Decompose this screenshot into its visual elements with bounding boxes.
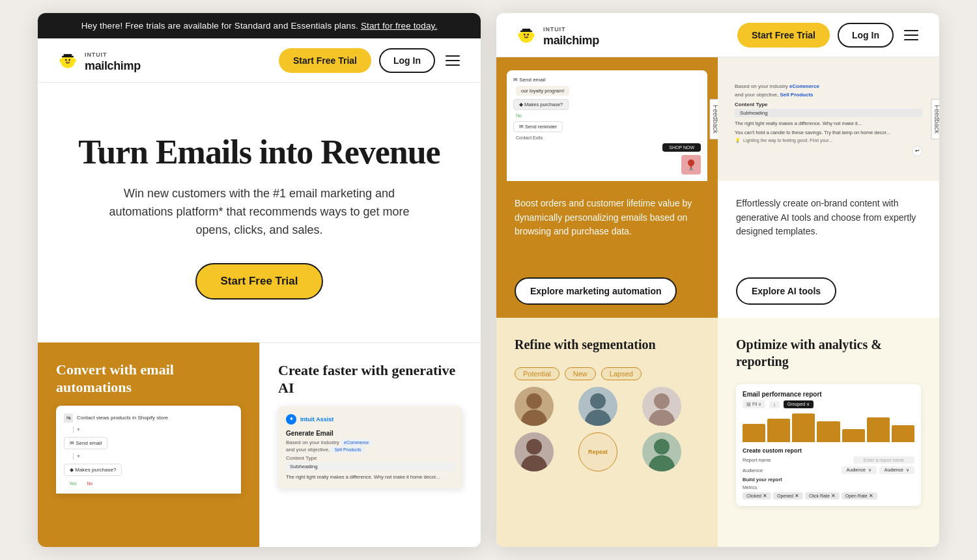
right-hamburger-menu[interactable] — [901, 27, 921, 43]
ai-assist-mock: ✦ Intuit Assist Generate Email Based on … — [286, 414, 455, 481]
bar-1 — [743, 424, 765, 442]
right-nav-actions: Start Free Trial Log In — [737, 23, 921, 48]
seg-tags-row: Potential New Lapsed — [515, 367, 700, 380]
bar-6 — [867, 417, 890, 442]
bar-3 — [792, 413, 815, 442]
analytics-title: Optimize with analytics & reporting — [736, 336, 921, 370]
analytics-card: Optimize with analytics & reporting Emai… — [718, 318, 939, 547]
ai-tools-desc: Effortlessly create on-brand content wit… — [736, 197, 921, 239]
announcement-text: Hey there! Free trials are available for… — [81, 21, 358, 31]
left-feature-grid: Convert with email automations 🛍 Contact… — [38, 343, 481, 548]
ai-tools-image: Based on your industry eCommerce and you… — [718, 57, 939, 181]
svg-point-21 — [521, 410, 547, 426]
hero-cta-button[interactable]: Start Free Trial — [195, 263, 322, 300]
shopify-label: Contact views products in Shopify store — [77, 415, 168, 421]
analytics-filter1: ▤ Fil ∨ — [743, 400, 765, 408]
contact-exits-row: Contact Exits — [513, 135, 701, 140]
right-logo-text: INTUIT mailchimp — [543, 22, 599, 48]
shop-now-row: SHOP NOW — [662, 143, 701, 152]
hero-title: Turn Emails into Revenue — [78, 133, 440, 171]
ai-tools-body: Effortlessly create on-brand content wit… — [718, 181, 939, 318]
yes-no-row: No — [513, 113, 701, 118]
svg-point-12 — [527, 33, 529, 35]
ai-industry-tag: eCommerce — [341, 440, 372, 445]
ai-industry-label: Based on your industry eCommerce — [286, 440, 455, 445]
ai-tools-content: Based on your industry eCommerce and you… — [735, 83, 922, 156]
send-reminder-box: ✉ Send reminder — [513, 121, 563, 132]
left-hero: Turn Emails into Revenue Win new custome… — [38, 83, 481, 343]
left-logo-text: INTUIT mailchimp — [85, 48, 141, 73]
ai-field-label: Generate Email — [286, 430, 455, 437]
svg-rect-7 — [62, 55, 74, 57]
left-window: Hey there! Free trials are available for… — [38, 13, 481, 547]
right-cards-grid: ✉ Send email our loyalty program! ◆ Make… — [496, 57, 939, 547]
marketing-automation-body: Boost orders and customer lifetime value… — [496, 181, 718, 318]
makes-purchase-box: ◆ Makes purchase? — [64, 464, 122, 476]
announcement-link[interactable]: Start for free today. — [361, 21, 437, 31]
analytics-grouped: Grouped ∨ — [784, 400, 814, 408]
left-start-trial-button[interactable]: Start Free Trial — [279, 48, 371, 73]
analytics-filter2: ↕ — [769, 401, 780, 408]
svg-point-23 — [585, 410, 611, 426]
ai-lighting-text: 💡 Lighting the way to feeling good. Find… — [735, 138, 922, 143]
ai-title-label: Intuit Assist — [300, 416, 333, 423]
segmentation-mock: Potential New Lapsed — [515, 367, 700, 471]
repeat-tag-circle: Repeat — [578, 432, 617, 471]
svg-point-22 — [590, 393, 606, 409]
generative-ai-mock: ✦ Intuit Assist Generate Email Based on … — [278, 406, 462, 489]
automation-flow: ✉ Send email our loyalty program! ◆ Make… — [513, 77, 701, 175]
right-nav: INTUIT mailchimp Start Free Trial Log In — [496, 13, 939, 57]
svg-point-24 — [654, 393, 670, 409]
svg-rect-18 — [690, 168, 692, 169]
marketing-automation-image: ✉ Send email our loyalty program! ◆ Make… — [496, 57, 718, 181]
loyalty-row: our loyalty program! — [513, 86, 701, 96]
marketing-automation-desc: Boost orders and customer lifetime value… — [515, 197, 700, 239]
bar-5 — [842, 429, 865, 442]
left-logo: INTUIT mailchimp — [56, 48, 268, 73]
ai-content-preview: The right light really makes a differenc… — [735, 120, 922, 128]
opened-tag: Opened ✕ — [773, 492, 803, 499]
report-name-input: Enter a report name — [853, 456, 914, 464]
right-feedback-tab[interactable]: Feedback — [931, 99, 939, 139]
right-login-button[interactable]: Log In — [838, 23, 894, 48]
intuit-assist-icon: ✦ — [286, 414, 296, 425]
explore-marketing-automation-button[interactable]: Explore marketing automation — [515, 277, 677, 305]
left-login-button[interactable]: Log In — [379, 48, 435, 73]
person-circle-5 — [642, 432, 681, 471]
left-hamburger-menu[interactable] — [443, 53, 462, 68]
email-automations-card: Convert with email automations 🛍 Contact… — [38, 343, 259, 548]
ai-objective-label: and your objective, Sell Products — [286, 447, 455, 453]
ai-content-type-label: Content Type — [286, 455, 455, 461]
svg-rect-19 — [689, 169, 693, 171]
click-rate-tag: Click Rate ✕ — [805, 492, 840, 499]
analytics-bar-chart — [743, 413, 914, 442]
send-email-row: ✉ Send email — [513, 77, 701, 83]
mock-arrow-down2: ▼ — [64, 453, 233, 460]
svg-rect-16 — [520, 30, 532, 31]
loyalty-box: our loyalty program! — [516, 86, 569, 96]
send-reminder-row: ✉ Send reminder — [513, 121, 701, 132]
segmentation-title: Refine with segmentation — [515, 336, 700, 353]
shop-now-box: SHOP NOW — [662, 143, 701, 152]
svg-point-13 — [518, 33, 521, 36]
explore-ai-tools-button[interactable]: Explore AI tools — [736, 277, 836, 305]
right-logo: INTUIT mailchimp — [515, 22, 727, 48]
hero-subtitle: Win new customers with the #1 email mark… — [96, 185, 422, 240]
lamp-icon — [681, 155, 701, 175]
right-start-trial-button[interactable]: Start Free Trial — [737, 23, 830, 48]
left-nav-actions: Start Free Trial Log In — [279, 48, 462, 73]
analytics-body: Optimize with analytics & reporting Emai… — [718, 318, 939, 547]
left-feedback-tab[interactable]: Feedback — [710, 99, 718, 139]
person-circle-2 — [578, 387, 617, 426]
svg-point-26 — [526, 439, 542, 455]
ai-content-type-input: Subheading — [286, 462, 455, 471]
seg-circles-grid: Repeat — [515, 387, 700, 471]
svg-point-14 — [531, 33, 534, 36]
analytics-toolbar: ▤ Fil ∨ ↕ Grouped ∨ — [743, 400, 914, 408]
ai-tools-mock: Based on your industry eCommerce and you… — [728, 77, 929, 181]
email-automations-mock: 🛍 Contact views products in Shopify stor… — [56, 406, 241, 494]
audience-selects: Audience∨ Audience∨ — [842, 466, 914, 474]
ai-description-text: The right light really makes a differenc… — [286, 474, 455, 481]
svg-point-11 — [524, 33, 526, 35]
right-window: INTUIT mailchimp Start Free Trial Log In… — [496, 13, 939, 547]
